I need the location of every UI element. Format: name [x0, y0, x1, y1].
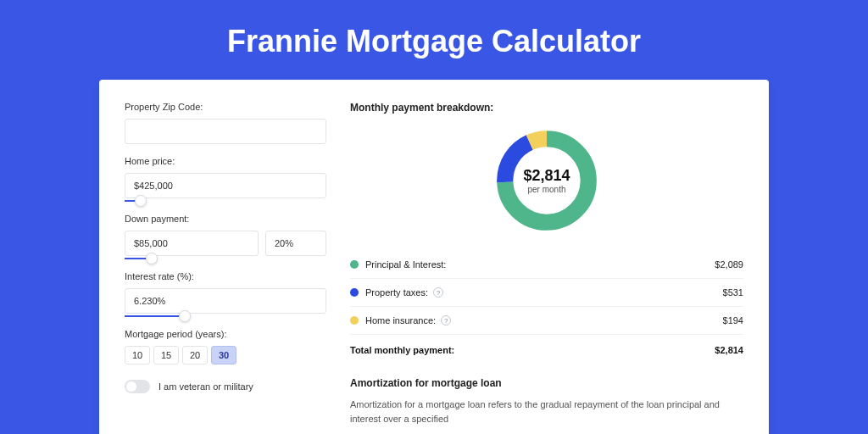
interest-slider[interactable]: [125, 315, 326, 317]
legend-value: $194: [723, 315, 743, 326]
page-title: Frannie Mortgage Calculator: [0, 0, 868, 80]
legend-label: Principal & Interest:: [365, 259, 446, 270]
legend-value: $531: [723, 287, 743, 298]
form-column: Property Zip Code: Home price: Down paym…: [125, 102, 326, 434]
veteran-label: I am veteran or military: [159, 381, 253, 392]
interest-input[interactable]: [125, 288, 326, 314]
legend-label: Home insurance:: [365, 315, 436, 326]
calculator-card: Property Zip Code: Home price: Down paym…: [99, 80, 769, 434]
veteran-row: I am veteran or military: [125, 380, 326, 393]
down-payment-label: Down payment:: [125, 214, 326, 224]
info-icon[interactable]: ?: [441, 315, 451, 326]
info-icon[interactable]: ?: [433, 287, 443, 298]
total-row: Total monthly payment: $2,814: [350, 335, 743, 369]
donut-sublabel: per month: [527, 185, 565, 194]
down-payment-pct-input[interactable]: [265, 231, 326, 256]
down-payment-input[interactable]: [125, 231, 259, 256]
donut-chart-wrap: $2,814 per month: [350, 125, 743, 236]
legend-row: Principal & Interest:$2,089: [350, 251, 743, 279]
interest-label: Interest rate (%):: [125, 271, 326, 281]
legend-row: Property taxes:?$531: [350, 279, 743, 307]
donut-chart: $2,814 per month: [492, 125, 602, 236]
slider-thumb[interactable]: [135, 195, 147, 207]
total-value: $2,814: [715, 345, 743, 355]
down-payment-slider[interactable]: [125, 258, 259, 259]
toggle-thumb: [126, 381, 136, 392]
period-label: Mortgage period (years):: [125, 329, 326, 339]
breakdown-heading: Monthly payment breakdown:: [350, 102, 743, 114]
zip-label: Property Zip Code:: [125, 102, 326, 112]
total-label: Total monthly payment:: [350, 345, 454, 355]
veteran-toggle[interactable]: [125, 380, 150, 393]
period-group: 10152030: [125, 346, 326, 364]
period-option-15[interactable]: 15: [153, 346, 179, 364]
amortization-heading: Amortization for mortgage loan: [350, 377, 743, 389]
legend-dot: [350, 260, 359, 269]
legend-dot: [350, 316, 359, 325]
home-price-label: Home price:: [125, 156, 326, 166]
amortization-text: Amortization for a mortgage loan refers …: [350, 398, 743, 426]
legend-label: Property taxes:: [365, 287, 428, 298]
period-option-20[interactable]: 20: [182, 346, 208, 364]
period-option-10[interactable]: 10: [125, 346, 150, 364]
legend-value: $2,089: [715, 259, 743, 270]
donut-amount: $2,814: [523, 167, 570, 185]
legend-row: Home insurance:?$194: [350, 307, 743, 335]
slider-thumb[interactable]: [146, 253, 158, 264]
zip-input[interactable]: [125, 119, 326, 144]
home-price-slider[interactable]: [125, 200, 326, 202]
breakdown-column: Monthly payment breakdown: $2,814 per mo…: [350, 102, 743, 434]
legend-dot: [350, 288, 359, 297]
slider-thumb[interactable]: [179, 310, 191, 322]
home-price-input[interactable]: [125, 173, 326, 198]
period-option-30[interactable]: 30: [211, 346, 236, 364]
